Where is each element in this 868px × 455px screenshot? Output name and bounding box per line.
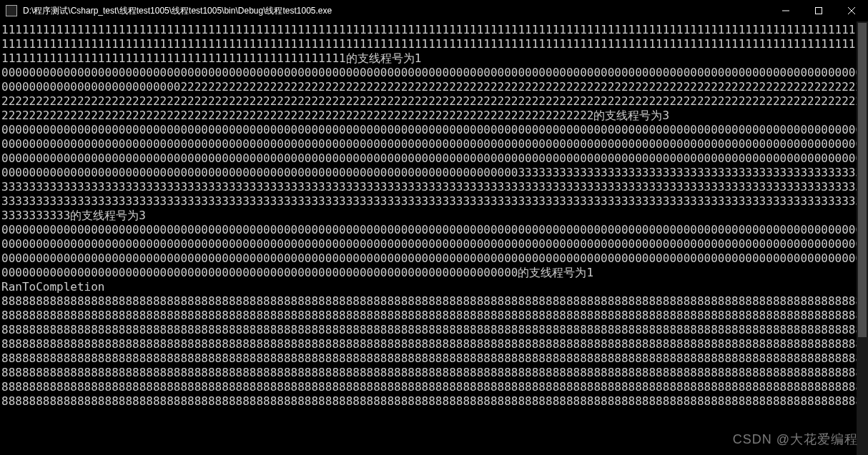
minimize-icon [782, 7, 789, 14]
maximize-icon [815, 7, 822, 14]
close-icon [848, 7, 855, 14]
minimize-button[interactable] [769, 0, 802, 21]
close-button[interactable] [835, 0, 868, 21]
scrollbar-thumb[interactable] [858, 23, 867, 337]
console-output: 1111111111111111111111111111111111111111… [0, 21, 868, 455]
svg-rect-0 [816, 8, 822, 14]
window-title: D:\程序测试\Csharp_test\线程test1005\线程test100… [23, 5, 769, 17]
vertical-scrollbar[interactable] [857, 21, 868, 455]
app-icon [6, 5, 17, 16]
maximize-button[interactable] [802, 0, 835, 21]
title-bar: D:\程序测试\Csharp_test\线程test1005\线程test100… [0, 0, 868, 21]
